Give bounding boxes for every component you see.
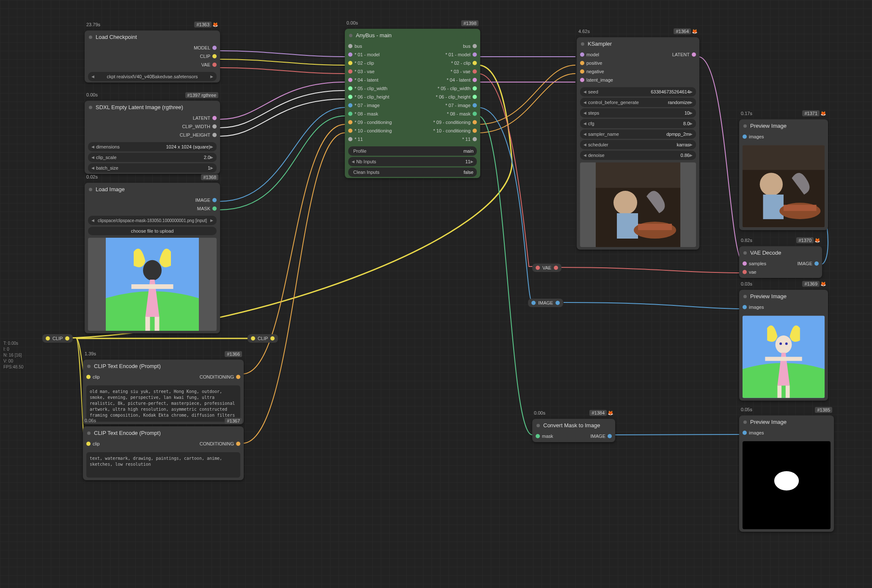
loaded-image-preview <box>88 238 217 331</box>
node-title: Load Checkpoint <box>96 34 137 40</box>
node-preview-image-2[interactable]: 0.03s#1369🦊 Preview Image images <box>739 290 828 401</box>
svg-rect-4 <box>155 317 160 331</box>
svg-point-20 <box>785 343 788 345</box>
canvas-stats: T: 0.00sI: 0N: 16 [16]V: 00FPS:48.50 <box>3 341 23 370</box>
svg-rect-8 <box>617 213 638 239</box>
node-load-checkpoint[interactable]: 23.79s#1363🦊 Load Checkpoint MODEL CLIP … <box>85 30 220 82</box>
node-preview-image-1[interactable]: 0.17s#1371🦊 Preview Image images <box>739 119 828 230</box>
node-clip-text-encode-positive[interactable]: 1.39s#1366 CLIP Text Encode (Prompt) cli… <box>83 360 244 424</box>
reroute-image[interactable]: IMAGE <box>528 299 563 307</box>
svg-point-13 <box>760 173 783 195</box>
positive-prompt-text[interactable]: old man, eating siu yuk, street, Hong Ko… <box>86 385 240 422</box>
svg-rect-22 <box>777 385 781 398</box>
svg-rect-6 <box>596 162 680 188</box>
svg-rect-2 <box>132 284 173 289</box>
svg-point-18 <box>776 335 792 354</box>
node-preview-image-3[interactable]: 0.05s#1385 Preview Image images <box>739 415 834 532</box>
node-anybus[interactable]: 0.00s#1398 AnyBus - main busbus * 01 - m… <box>345 29 480 178</box>
node-convert-mask-to-image[interactable]: 0.00s#1384🦊 Convert Mask to Image maskIM… <box>532 419 615 442</box>
svg-rect-12 <box>743 146 825 170</box>
image-preview <box>743 145 825 228</box>
node-load-image[interactable]: 0.02s#1368 Load Image IMAGE MASK ◀clipsp… <box>85 183 220 333</box>
svg-rect-16 <box>784 205 817 211</box>
svg-rect-14 <box>763 195 784 219</box>
svg-point-7 <box>613 191 637 214</box>
upload-button[interactable]: choose file to upload <box>88 227 217 235</box>
reroute-clip-right[interactable]: CLIP <box>248 334 278 343</box>
ckpt-name-widget[interactable]: ◀ckpt realvisxlV40_v40Bakedvae.safetenso… <box>88 72 217 81</box>
image-preview <box>743 316 825 398</box>
negative-prompt-text[interactable]: text, watermark, drawing, paintings, car… <box>86 452 240 478</box>
node-vae-decode[interactable]: 0.82s#1370🦊 VAE Decode samplesIMAGE vae <box>739 246 822 278</box>
node-title: SDXL Empty Latent Image (rgthree) <box>96 104 183 110</box>
svg-rect-3 <box>146 317 150 331</box>
svg-point-19 <box>779 343 782 345</box>
ksampler-preview <box>580 162 696 247</box>
reroute-vae[interactable]: VAE <box>532 264 561 272</box>
node-clip-text-encode-negative[interactable]: 0.06s#1367 CLIP Text Encode (Prompt) cli… <box>83 426 244 480</box>
node-title: Load Image <box>96 186 125 192</box>
svg-rect-10 <box>638 224 672 230</box>
node-ksampler[interactable]: 4.62s#1364🦊 KSampler modelLATENT positiv… <box>577 37 699 250</box>
svg-rect-21 <box>765 357 802 361</box>
mask-preview <box>743 441 831 529</box>
svg-point-25 <box>774 471 799 491</box>
node-sdxl-empty-latent[interactable]: 0.00s#1397 rgthree SDXL Empty Latent Ima… <box>85 101 220 174</box>
reroute-clip-left[interactable]: CLIP <box>42 334 73 343</box>
svg-rect-23 <box>786 385 790 398</box>
svg-point-1 <box>143 260 162 280</box>
